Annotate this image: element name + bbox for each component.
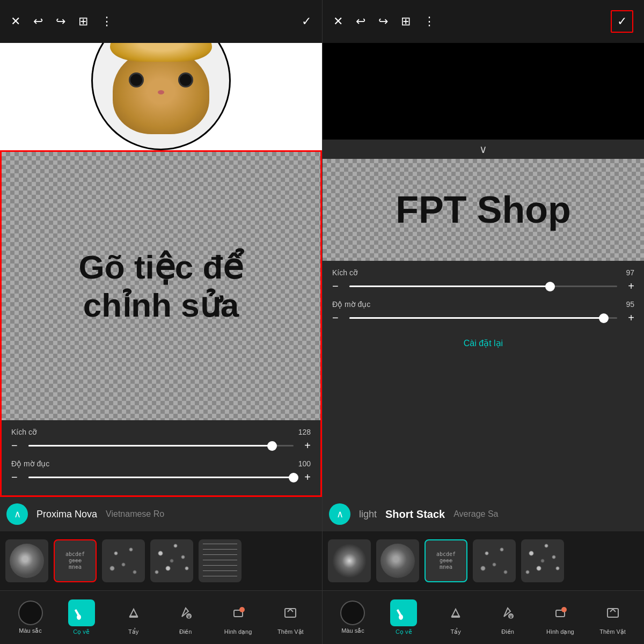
right-tool-add[interactable]: Thêm Vật xyxy=(599,599,626,635)
svg-marker-2 xyxy=(130,609,137,617)
right-fpt-canvas: FPT Shop xyxy=(323,159,644,261)
size-thumb-right[interactable] xyxy=(545,282,555,291)
editing-text: Gõ tiệc để chỉnh sửa xyxy=(74,243,249,330)
opacity-value-left: 100 xyxy=(298,459,311,468)
size-plus-right[interactable]: + xyxy=(621,280,634,292)
right-tool-eraser-label: Tẩy xyxy=(451,628,461,635)
left-tool-fill[interactable]: ♛ Điền xyxy=(172,599,199,635)
size-plus-left[interactable]: + xyxy=(298,440,311,452)
left-toolbar-right: ✓ xyxy=(302,14,311,28)
right-brush-4[interactable] xyxy=(473,539,516,582)
right-redo-icon[interactable]: ↪ xyxy=(378,14,388,28)
right-close-icon[interactable]: ✕ xyxy=(333,14,343,28)
left-tool-fill-label: Điền xyxy=(179,628,192,635)
left-bottom-toolbar: Màu sắc Cọ vẽ Tẩy xyxy=(0,590,322,644)
left-brush-4[interactable] xyxy=(150,539,193,582)
right-brush-5[interactable] xyxy=(521,539,564,582)
right-expand-btn[interactable]: ∧ xyxy=(329,503,350,525)
right-brush-3[interactable]: abcdef g⊕⊕⊕ mn⊕a xyxy=(425,539,467,582)
left-next-font[interactable]: Vietnamese Ro xyxy=(106,509,164,519)
brush-icon xyxy=(74,605,90,621)
size-fill-right xyxy=(349,286,550,287)
redo-icon[interactable]: ↪ xyxy=(56,14,65,28)
right-spacer xyxy=(323,355,644,497)
right-prev-font[interactable]: light xyxy=(359,509,377,520)
left-brush-2[interactable]: abcdef g⊕⊕⊕ mn⊕a xyxy=(54,539,97,582)
right-brush-icon-bg xyxy=(390,599,417,626)
right-fill-icon: ♛ xyxy=(500,605,516,621)
reset-button[interactable]: Cài đặt lại xyxy=(332,332,634,355)
right-tool-eraser[interactable]: Tẩy xyxy=(442,599,469,635)
svg-marker-11 xyxy=(452,609,459,617)
right-fill-icon-bg: ♛ xyxy=(494,599,521,626)
right-tool-fill-label: Điền xyxy=(501,628,514,635)
size-label-left: Kích cỡ xyxy=(11,428,37,436)
left-tool-shape-label: Hình dạng xyxy=(224,628,252,635)
right-brush-2[interactable] xyxy=(376,539,419,582)
left-brush-3[interactable] xyxy=(102,539,145,582)
add-icon xyxy=(282,605,298,621)
right-current-font[interactable]: Short Stack xyxy=(385,508,445,521)
right-shape-icon-bg xyxy=(547,599,574,626)
right-tool-shape[interactable]: Hình dạng xyxy=(546,599,574,635)
check-icon-left[interactable]: ✓ xyxy=(302,14,311,28)
left-canvas-top xyxy=(0,43,322,150)
fpt-shop-text: FPT Shop xyxy=(396,188,571,231)
right-shape-icon xyxy=(552,605,568,621)
right-next-font[interactable]: Average Sa xyxy=(453,509,498,519)
left-tool-color[interactable]: Màu sắc xyxy=(18,601,43,634)
right-tool-shape-label: Hình dạng xyxy=(546,628,574,635)
opacity-minus-left[interactable]: − xyxy=(11,471,24,484)
opacity-plus-left[interactable]: + xyxy=(298,471,311,484)
right-tool-brush[interactable]: Cọ vẽ xyxy=(390,599,417,635)
right-layers-icon[interactable]: ⊞ xyxy=(401,14,411,28)
right-brush-1[interactable] xyxy=(328,539,371,582)
opacity-fill-left xyxy=(28,477,294,478)
right-eraser-icon xyxy=(448,605,464,621)
right-brush-svg-icon xyxy=(396,605,412,621)
left-brush-5[interactable] xyxy=(199,539,241,582)
right-bottom-toolbar: Màu sắc Cọ vẽ Tẩy xyxy=(323,590,644,644)
left-panel: ✕ ↩ ↪ ⊞ ⋮ ✓ xyxy=(0,0,322,644)
right-chevron-area: ∨ xyxy=(323,140,644,159)
right-undo-icon[interactable]: ↩ xyxy=(356,14,365,28)
fill-icon: ♛ xyxy=(178,605,194,621)
right-brush-strip: abcdef g⊕⊕⊕ mn⊕a xyxy=(323,531,644,590)
opacity-plus-right[interactable]: + xyxy=(621,312,634,324)
size-minus-left[interactable]: − xyxy=(11,440,24,452)
right-more-icon[interactable]: ⋮ xyxy=(423,14,435,28)
left-editing-area: Gõ tiệc để chỉnh sửa Kích cỡ 128 − xyxy=(0,150,322,497)
size-value-left: 128 xyxy=(298,428,311,436)
opacity-label-left: Độ mờ đục xyxy=(11,459,49,468)
left-tool-eraser[interactable]: Tẩy xyxy=(120,599,147,635)
left-tool-add-label: Thêm Vật xyxy=(277,628,304,635)
left-expand-btn[interactable]: ∧ xyxy=(6,503,28,525)
right-panel: ✕ ↩ ↪ ⊞ ⋮ ✓ ∨ FPT Shop Kích cỡ 97 − xyxy=(322,0,644,644)
left-brush-icon-bg xyxy=(68,599,95,626)
left-tool-color-label: Màu sắc xyxy=(19,627,41,634)
opacity-thumb-right[interactable] xyxy=(599,313,609,323)
left-tool-brush[interactable]: Cọ vẽ xyxy=(68,599,95,635)
layers-icon[interactable]: ⊞ xyxy=(78,14,88,28)
left-add-icon-bg xyxy=(277,599,304,626)
left-current-font[interactable]: Proxima Nova xyxy=(36,509,97,520)
left-brush-1[interactable] xyxy=(5,539,48,582)
right-tool-fill[interactable]: ♛ Điền xyxy=(494,599,521,635)
left-tool-eraser-label: Tẩy xyxy=(128,628,138,635)
right-tool-color-label: Màu sắc xyxy=(341,627,364,634)
opacity-minus-right[interactable]: − xyxy=(332,312,345,324)
size-thumb-left[interactable] xyxy=(267,441,277,451)
more-icon[interactable]: ⋮ xyxy=(101,14,113,28)
left-tool-shape[interactable]: Hình dạng xyxy=(224,599,252,635)
right-tool-color[interactable]: Màu sắc xyxy=(340,601,365,634)
close-icon[interactable]: ✕ xyxy=(11,14,20,28)
opacity-thumb-left[interactable] xyxy=(289,473,298,482)
svg-rect-12 xyxy=(451,616,460,618)
svg-text:♛: ♛ xyxy=(509,614,513,619)
right-color-circle xyxy=(340,601,365,625)
left-tool-add[interactable]: Thêm Vật xyxy=(277,599,304,635)
undo-icon[interactable]: ↩ xyxy=(33,14,43,28)
eraser-icon xyxy=(126,605,142,621)
size-minus-right[interactable]: − xyxy=(332,280,345,292)
right-check-icon[interactable]: ✓ xyxy=(617,14,627,28)
